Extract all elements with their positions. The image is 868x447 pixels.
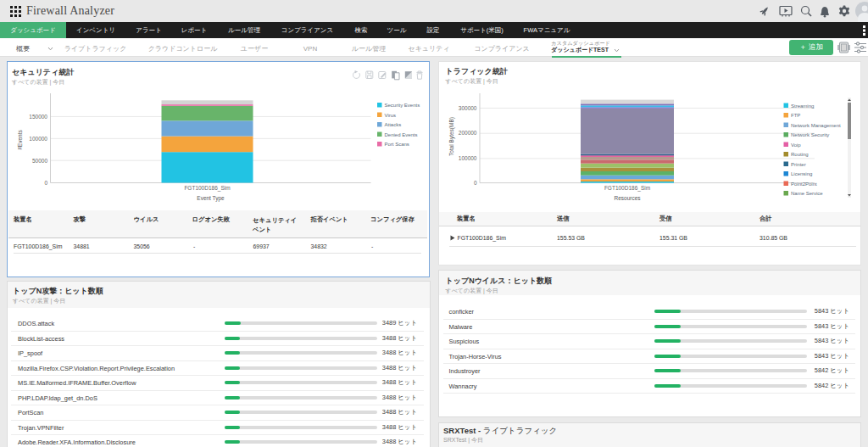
svg-text:Security Events: Security Events — [384, 103, 420, 108]
svg-text:Virus: Virus — [384, 113, 396, 118]
svg-text:Licensing: Licensing — [791, 171, 812, 176]
svg-text:Network Security: Network Security — [791, 132, 829, 137]
svg-text:50000: 50000 — [31, 158, 47, 164]
svg-text:Attacks: Attacks — [384, 122, 401, 127]
svg-text:Port Scans: Port Scans — [384, 142, 409, 147]
svg-text:0: 0 — [44, 180, 47, 186]
svg-text:0: 0 — [474, 180, 477, 186]
svg-text:Name Service: Name Service — [791, 191, 823, 196]
svg-text:Point2Point: Point2Point — [791, 182, 817, 187]
svg-text:Voip: Voip — [791, 142, 801, 148]
svg-text:Resources: Resources — [614, 195, 641, 201]
svg-text:Denied Events: Denied Events — [384, 132, 417, 137]
svg-text:FGT100D186_Sim: FGT100D186_Sim — [604, 185, 650, 192]
svg-text:FTP: FTP — [791, 113, 800, 118]
svg-text:FGT100D186_Sim: FGT100D186_Sim — [184, 185, 230, 192]
svg-text:Streaming: Streaming — [791, 103, 814, 109]
svg-text:Routing: Routing — [791, 152, 809, 157]
svg-text:Printer: Printer — [791, 162, 806, 167]
svg-text:Total Bytes(MB): Total Bytes(MB) — [448, 117, 455, 156]
svg-text:#Events: #Events — [17, 130, 23, 150]
svg-text:150000: 150000 — [29, 114, 47, 120]
svg-text:300000: 300000 — [459, 105, 477, 111]
svg-text:100000: 100000 — [29, 136, 47, 142]
svg-text:200000: 200000 — [459, 130, 477, 136]
svg-text:100000: 100000 — [459, 155, 477, 161]
svg-text:Network Management: Network Management — [791, 123, 841, 128]
svg-text:Event Type: Event Type — [197, 195, 225, 202]
